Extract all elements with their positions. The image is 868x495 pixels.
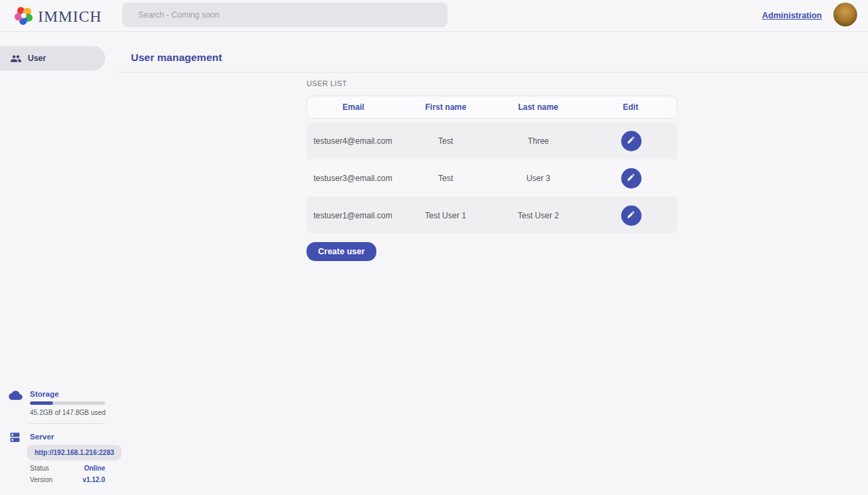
user-table-body: testuser4@email.com Test Three testuser3… <box>307 122 677 234</box>
storage-progress-bar <box>30 401 105 405</box>
status-value: Online <box>84 464 105 472</box>
cell-email: testuser4@email.com <box>307 136 399 146</box>
version-label: Version <box>30 476 52 483</box>
create-user-button[interactable]: Create user <box>307 242 376 261</box>
page-title: User management <box>131 52 222 64</box>
server-title: Server <box>30 433 54 441</box>
storage-progress-fill <box>30 401 53 405</box>
cell-first-name: Test <box>399 136 492 146</box>
column-header-last-name: Last name <box>492 102 585 112</box>
user-list-label: USER LIST <box>307 79 347 87</box>
server-version-row: Version v1.12.0 <box>30 476 105 483</box>
edit-user-button[interactable] <box>621 131 642 151</box>
app-logo: IMMICH <box>14 5 102 28</box>
column-header-email: Email <box>307 102 399 112</box>
administration-link[interactable]: Administration <box>762 11 822 20</box>
search-input[interactable] <box>122 3 448 27</box>
top-bar: IMMICH Administration <box>0 0 868 32</box>
cloud-icon <box>9 389 22 405</box>
sidebar-item-label: User <box>28 54 46 63</box>
server-status-row: Status Online <box>30 464 105 472</box>
version-value: v1.12.0 <box>83 476 105 483</box>
pencil-icon <box>627 136 635 146</box>
table-row: testuser4@email.com Test Three <box>307 122 677 159</box>
cell-email: testuser3@email.com <box>307 174 399 183</box>
cell-last-name: Test User 2 <box>492 211 585 220</box>
cell-email: testuser1@email.com <box>307 211 399 220</box>
status-label: Status <box>30 464 49 472</box>
cell-first-name: Test <box>399 174 492 183</box>
immich-flower-icon <box>14 5 34 28</box>
server-url-badge: http://192.168.1.216:2283 <box>27 445 121 460</box>
edit-user-button[interactable] <box>621 205 642 226</box>
pencil-icon <box>627 210 635 221</box>
title-divider <box>116 72 868 73</box>
table-row: testuser3@email.com Test User 3 <box>307 159 677 197</box>
user-avatar[interactable] <box>833 3 857 26</box>
edit-user-button[interactable] <box>621 168 642 189</box>
storage-usage-text: 45.2GB of 147.8GB used <box>30 409 106 416</box>
storage-title: Storage <box>30 390 59 398</box>
column-header-first-name: First name <box>399 102 492 112</box>
column-header-edit: Edit <box>585 102 677 112</box>
server-icon <box>9 431 21 446</box>
sidebar-divider <box>30 423 105 424</box>
app-title: IMMICH <box>38 8 102 26</box>
users-icon <box>10 53 22 64</box>
cell-last-name: Three <box>492 136 585 146</box>
sidebar-item-user[interactable]: User <box>0 46 105 71</box>
cell-first-name: Test User 1 <box>399 211 492 220</box>
cell-last-name: User 3 <box>492 174 585 183</box>
user-table-header: Email First name Last name Edit <box>307 96 677 119</box>
pencil-icon <box>627 173 635 184</box>
table-row: testuser1@email.com Test User 1 Test Use… <box>307 197 677 234</box>
